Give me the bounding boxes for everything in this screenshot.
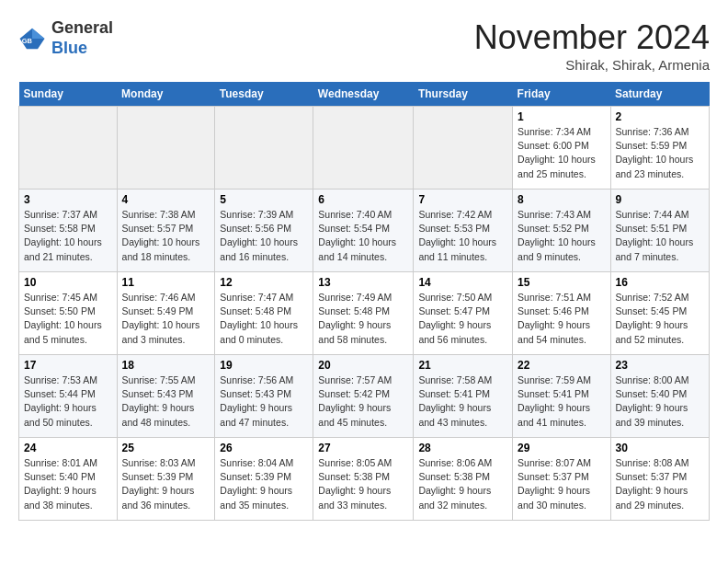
page-header: GB General Blue November 2024 Shirak, Sh… [18, 18, 710, 73]
calendar-cell: 30Sunrise: 8:08 AM Sunset: 5:37 PM Dayli… [610, 438, 710, 521]
day-info: Sunrise: 8:08 AM Sunset: 5:37 PM Dayligh… [616, 456, 705, 512]
calendar-cell: 9Sunrise: 7:44 AM Sunset: 5:51 PM Daylig… [610, 190, 710, 272]
day-number: 29 [518, 442, 605, 454]
day-info: Sunrise: 7:59 AM Sunset: 5:41 PM Dayligh… [518, 373, 605, 430]
day-number: 24 [24, 442, 112, 454]
day-info: Sunrise: 7:44 AM Sunset: 5:51 PM Dayligh… [616, 208, 705, 264]
day-info: Sunrise: 7:46 AM Sunset: 5:49 PM Dayligh… [122, 291, 210, 347]
calendar-cell: 11Sunrise: 7:46 AM Sunset: 5:49 PM Dayli… [117, 272, 215, 355]
logo-icon: GB [18, 25, 46, 52]
day-number: 3 [24, 193, 112, 206]
calendar-week-row: 17Sunrise: 7:53 AM Sunset: 5:44 PM Dayli… [19, 355, 710, 438]
weekday-header: Tuesday [215, 82, 313, 107]
svg-marker-1 [32, 28, 45, 38]
calendar-cell [414, 107, 513, 190]
calendar-cell: 23Sunrise: 8:00 AM Sunset: 5:40 PM Dayli… [610, 355, 710, 438]
day-number: 7 [418, 193, 507, 206]
day-info: Sunrise: 7:45 AM Sunset: 5:50 PM Dayligh… [24, 291, 112, 347]
day-number: 16 [616, 276, 705, 289]
logo: GB General Blue [18, 18, 113, 58]
day-number: 10 [24, 276, 112, 289]
calendar-cell: 26Sunrise: 8:04 AM Sunset: 5:39 PM Dayli… [215, 438, 313, 521]
day-info: Sunrise: 7:34 AM Sunset: 6:00 PM Dayligh… [518, 125, 605, 181]
day-info: Sunrise: 7:40 AM Sunset: 5:54 PM Dayligh… [318, 208, 408, 264]
day-number: 21 [418, 359, 507, 372]
day-number: 26 [220, 442, 308, 454]
calendar-cell: 8Sunrise: 7:43 AM Sunset: 5:52 PM Daylig… [513, 190, 610, 272]
day-number: 12 [220, 276, 308, 289]
calendar-cell: 18Sunrise: 7:55 AM Sunset: 5:43 PM Dayli… [117, 355, 215, 438]
logo-general: General [51, 18, 113, 37]
calendar-cell [215, 107, 313, 190]
calendar-cell: 14Sunrise: 7:50 AM Sunset: 5:47 PM Dayli… [414, 272, 513, 355]
day-info: Sunrise: 7:43 AM Sunset: 5:52 PM Dayligh… [518, 208, 605, 264]
day-info: Sunrise: 7:50 AM Sunset: 5:47 PM Dayligh… [418, 291, 507, 347]
calendar-cell: 24Sunrise: 8:01 AM Sunset: 5:40 PM Dayli… [19, 438, 118, 521]
day-number: 8 [518, 193, 605, 206]
logo-text: General Blue [51, 18, 113, 58]
calendar-week-row: 1Sunrise: 7:34 AM Sunset: 6:00 PM Daylig… [19, 107, 710, 190]
day-number: 25 [122, 442, 210, 454]
day-info: Sunrise: 7:56 AM Sunset: 5:43 PM Dayligh… [220, 373, 308, 430]
calendar-cell: 4Sunrise: 7:38 AM Sunset: 5:57 PM Daylig… [117, 190, 215, 272]
day-number: 4 [122, 193, 210, 206]
location: Shirak, Shirak, Armenia [474, 57, 710, 73]
calendar-cell: 27Sunrise: 8:05 AM Sunset: 5:38 PM Dayli… [313, 438, 414, 521]
calendar-cell: 1Sunrise: 7:34 AM Sunset: 6:00 PM Daylig… [513, 107, 610, 190]
day-number: 22 [518, 359, 605, 372]
calendar-cell: 19Sunrise: 7:56 AM Sunset: 5:43 PM Dayli… [215, 355, 313, 438]
day-info: Sunrise: 8:00 AM Sunset: 5:40 PM Dayligh… [616, 373, 705, 430]
day-info: Sunrise: 8:03 AM Sunset: 5:39 PM Dayligh… [122, 456, 210, 512]
calendar-cell: 29Sunrise: 8:07 AM Sunset: 5:37 PM Dayli… [513, 438, 610, 521]
day-info: Sunrise: 8:04 AM Sunset: 5:39 PM Dayligh… [220, 456, 308, 512]
day-info: Sunrise: 7:38 AM Sunset: 5:57 PM Dayligh… [122, 208, 210, 264]
day-info: Sunrise: 7:52 AM Sunset: 5:45 PM Dayligh… [616, 291, 705, 347]
weekday-header: Monday [117, 82, 215, 107]
day-info: Sunrise: 8:05 AM Sunset: 5:38 PM Dayligh… [318, 456, 408, 512]
calendar-table: SundayMondayTuesdayWednesdayThursdayFrid… [18, 82, 710, 521]
calendar-cell: 2Sunrise: 7:36 AM Sunset: 5:59 PM Daylig… [610, 107, 710, 190]
weekday-header: Wednesday [313, 82, 414, 107]
weekday-header: Sunday [19, 82, 118, 107]
day-info: Sunrise: 7:47 AM Sunset: 5:48 PM Dayligh… [220, 291, 308, 347]
calendar-cell: 22Sunrise: 7:59 AM Sunset: 5:41 PM Dayli… [513, 355, 610, 438]
day-info: Sunrise: 7:53 AM Sunset: 5:44 PM Dayligh… [24, 373, 112, 430]
calendar-cell: 28Sunrise: 8:06 AM Sunset: 5:38 PM Dayli… [414, 438, 513, 521]
calendar-cell: 15Sunrise: 7:51 AM Sunset: 5:46 PM Dayli… [513, 272, 610, 355]
day-info: Sunrise: 7:57 AM Sunset: 5:42 PM Dayligh… [318, 373, 408, 430]
calendar-cell: 7Sunrise: 7:42 AM Sunset: 5:53 PM Daylig… [414, 190, 513, 272]
weekday-header: Thursday [414, 82, 513, 107]
calendar-cell: 25Sunrise: 8:03 AM Sunset: 5:39 PM Dayli… [117, 438, 215, 521]
day-number: 15 [518, 276, 605, 289]
day-info: Sunrise: 8:06 AM Sunset: 5:38 PM Dayligh… [418, 456, 507, 512]
day-number: 17 [24, 359, 112, 372]
title-area: November 2024 Shirak, Shirak, Armenia [474, 18, 710, 73]
calendar-cell: 6Sunrise: 7:40 AM Sunset: 5:54 PM Daylig… [313, 190, 414, 272]
calendar-cell [19, 107, 118, 190]
calendar-cell: 20Sunrise: 7:57 AM Sunset: 5:42 PM Dayli… [313, 355, 414, 438]
weekday-header: Saturday [610, 82, 710, 107]
day-number: 11 [122, 276, 210, 289]
day-number: 5 [220, 193, 308, 206]
day-number: 23 [616, 359, 705, 372]
day-info: Sunrise: 7:51 AM Sunset: 5:46 PM Dayligh… [518, 291, 605, 347]
day-number: 20 [318, 359, 408, 372]
day-info: Sunrise: 7:55 AM Sunset: 5:43 PM Dayligh… [122, 373, 210, 430]
calendar-cell: 12Sunrise: 7:47 AM Sunset: 5:48 PM Dayli… [215, 272, 313, 355]
month-title: November 2024 [474, 18, 710, 57]
calendar-cell: 21Sunrise: 7:58 AM Sunset: 5:41 PM Dayli… [414, 355, 513, 438]
day-info: Sunrise: 7:58 AM Sunset: 5:41 PM Dayligh… [418, 373, 507, 430]
day-number: 28 [418, 442, 507, 454]
day-number: 2 [616, 110, 705, 123]
day-number: 18 [122, 359, 210, 372]
calendar-cell: 5Sunrise: 7:39 AM Sunset: 5:56 PM Daylig… [215, 190, 313, 272]
calendar-cell: 3Sunrise: 7:37 AM Sunset: 5:58 PM Daylig… [19, 190, 118, 272]
day-number: 13 [318, 276, 408, 289]
calendar-week-row: 10Sunrise: 7:45 AM Sunset: 5:50 PM Dayli… [19, 272, 710, 355]
day-info: Sunrise: 7:36 AM Sunset: 5:59 PM Dayligh… [616, 125, 705, 181]
calendar-cell: 10Sunrise: 7:45 AM Sunset: 5:50 PM Dayli… [19, 272, 118, 355]
day-number: 9 [616, 193, 705, 206]
day-info: Sunrise: 8:01 AM Sunset: 5:40 PM Dayligh… [24, 456, 112, 512]
day-number: 6 [318, 193, 408, 206]
day-number: 27 [318, 442, 408, 454]
